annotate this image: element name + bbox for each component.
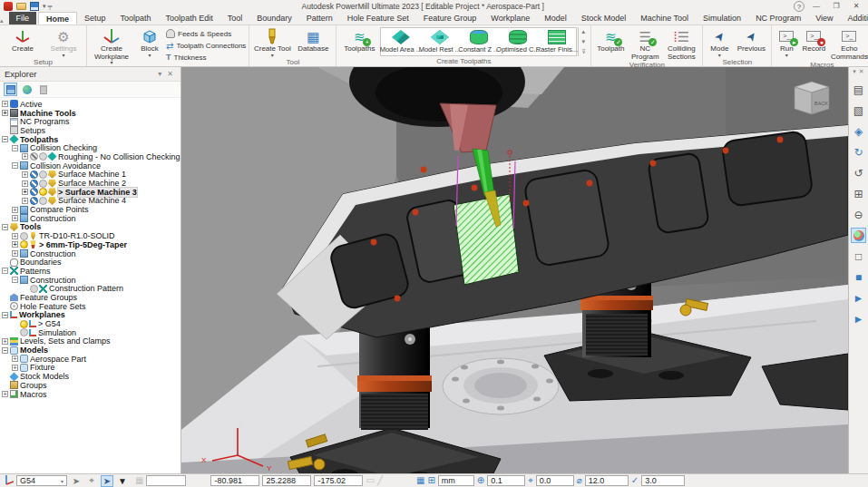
machine-view-button[interactable]: ▤ [851, 82, 866, 97]
help-button[interactable]: ? [794, 1, 805, 12]
expand-toggle-icon[interactable]: + [12, 207, 18, 213]
quick-access-dropdown-icon[interactable]: ▾ ╤ [43, 3, 52, 10]
expand-toggle-icon[interactable]: − [12, 145, 18, 151]
tool-position-button[interactable]: ▼ [116, 475, 129, 487]
ribbon-tab[interactable]: Simulation [696, 12, 748, 24]
ribbon-tab[interactable]: Toolpath Edit [159, 12, 220, 24]
tree-item[interactable]: + > 6mm-Tip-5Deg-Taper [0, 240, 180, 249]
view-cube[interactable]: BACK [795, 82, 829, 114]
expand-toggle-icon[interactable]: + [2, 338, 8, 345]
setup-settings-button[interactable]: ⚙ Settings▾ [44, 26, 83, 58]
ribbon-tab[interactable]: Workplane [483, 12, 537, 24]
gallery-model-area-clearance[interactable]: Model Area ... [381, 28, 420, 55]
thickness-field[interactable]: 0.0 [536, 475, 574, 486]
cursor-snap-button[interactable]: ⌖ [85, 475, 98, 487]
colliding-sections-button[interactable]: ⁞☰ Colliding Sections [663, 26, 699, 61]
explorer-menu-icon[interactable]: ▾ [155, 70, 164, 78]
toolbar-close-icon[interactable]: ✕ [859, 68, 864, 75]
iso-view-button[interactable]: ◈ [851, 123, 866, 139]
tree-item[interactable]: + Construction [0, 214, 180, 223]
expand-toggle-icon[interactable]: + [2, 101, 8, 107]
tree-item[interactable]: Construction Pattern [0, 284, 180, 293]
thickness-button[interactable]: T Thickness [166, 52, 246, 63]
ribbon-tab[interactable]: View [808, 12, 840, 24]
tree-item[interactable]: Simulation [0, 328, 180, 337]
ribbon-tab[interactable]: Machine Tool [633, 12, 696, 24]
verify-toolpath-button[interactable]: ≋✓ Toolpath [594, 26, 627, 54]
expand-toggle-icon[interactable]: − [12, 162, 18, 169]
gallery-raster-finishing[interactable]: Raster Finis... [537, 28, 576, 55]
zoom-out-button[interactable]: ⊖ [851, 207, 866, 222]
tree-item[interactable]: + Levels, Sets and Clamps [0, 337, 180, 346]
ribbon-tab[interactable]: Feature Group [416, 12, 484, 24]
tip-length-field[interactable]: 3.0 [641, 475, 685, 486]
expand-toggle-icon[interactable]: + [22, 171, 28, 178]
expand-toggle-icon[interactable]: + [12, 365, 18, 371]
toolpaths-button[interactable]: ≋+ Toolpaths [339, 26, 379, 54]
tree-item[interactable]: Boundaries [0, 258, 180, 267]
tool-database-button[interactable]: ▦ Database [293, 26, 333, 54]
ribbon-tab[interactable]: File [9, 12, 37, 24]
wireframe-view-button[interactable]: □ [851, 248, 866, 264]
verify-nc-program-button[interactable]: ☰✓ NC Program [628, 26, 662, 61]
tree-item[interactable]: Stock Models [0, 372, 180, 381]
tree-view-button[interactable] [4, 83, 17, 96]
cursor-mode-button[interactable]: ➤ [101, 475, 113, 487]
ribbon-tab[interactable]: Setup [77, 12, 113, 24]
expand-toggle-icon[interactable]: + [22, 153, 28, 160]
tree-item[interactable]: > G54 [0, 319, 180, 328]
tree-item[interactable]: + Macros [0, 390, 180, 399]
tree-item[interactable]: + Active [0, 100, 180, 109]
solid-view-button[interactable]: ■ [851, 269, 866, 285]
record-macro-button[interactable]: >_● Record [799, 26, 828, 54]
ribbon-tab[interactable]: Boundary [249, 12, 299, 24]
tree-item[interactable]: − Models [0, 346, 180, 355]
expand-toggle-icon[interactable]: + [12, 250, 18, 257]
expand-toggle-icon[interactable]: + [12, 356, 18, 362]
tree-item[interactable]: − Construction [0, 276, 180, 285]
tree-item[interactable]: + Surface Machine 2 [0, 179, 180, 188]
block-button[interactable]: Block▾ [134, 26, 165, 58]
expand-toggle-icon[interactable]: + [12, 215, 18, 221]
tree-item[interactable]: Hole Feature Sets [0, 302, 180, 311]
tree-item[interactable]: − Collision Checking [0, 143, 180, 152]
tree-item[interactable]: + Surface Machine 1 [0, 170, 180, 180]
previous-selection-button[interactable]: ► [851, 311, 866, 326]
tolerance-field[interactable]: 0.1 [487, 475, 525, 486]
selection-mode-button[interactable]: ➤ Mode▾ [706, 26, 733, 58]
collapse-ribbon-icon[interactable]: ▴ [0, 17, 9, 24]
expand-toggle-icon[interactable]: + [12, 241, 18, 248]
tree-item[interactable]: + Aerospace Part [0, 355, 180, 364]
open-project-icon[interactable] [16, 3, 26, 10]
ribbon-tab[interactable]: Stock Model [574, 12, 634, 24]
gallery-scroll[interactable]: ▲▼⊽ [578, 27, 588, 56]
explorer-close-icon[interactable]: ✕ [164, 70, 176, 78]
expand-toggle-icon[interactable]: + [2, 110, 8, 116]
tree-item[interactable]: − Patterns [0, 267, 180, 276]
close-button[interactable]: ✕ [848, 1, 864, 12]
tree-item[interactable]: + Surface Machine 4 [0, 197, 180, 206]
block-view-button[interactable]: ▧ [851, 102, 866, 118]
previous-selection-button[interactable]: ➤ Previous [734, 26, 768, 54]
tree-item[interactable]: Groups [0, 381, 180, 390]
ribbon-tab[interactable]: Additive [841, 12, 868, 24]
zoom-fit-button[interactable]: ↻ [851, 144, 866, 160]
ribbon-tab[interactable]: Hole Feature Set [340, 12, 416, 24]
expand-toggle-icon[interactable]: − [2, 268, 8, 274]
selection-mode-button[interactable]: ► [851, 290, 866, 306]
viewport-3d[interactable]: BACK [181, 67, 848, 473]
ribbon-tab[interactable]: Home [38, 12, 77, 24]
tree-item[interactable]: + Machine Tools [0, 109, 180, 118]
create-workplane-button[interactable]: Create Workplane▾ [90, 26, 133, 65]
shaded-view-button[interactable] [851, 228, 866, 243]
save-project-icon[interactable] [30, 2, 39, 11]
tree-item[interactable]: − Tools [0, 223, 180, 232]
web-view-button[interactable] [20, 83, 34, 96]
minimize-button[interactable]: — [808, 1, 824, 12]
tree-item[interactable]: NC Programs [0, 117, 180, 126]
snap-field[interactable] [146, 475, 186, 486]
expand-toggle-icon[interactable]: + [22, 189, 28, 195]
units-field[interactable]: mm [438, 475, 474, 486]
gallery-model-rest-area[interactable]: Model Rest ... [420, 28, 459, 55]
tool-diameter-field[interactable]: 12.0 [585, 475, 629, 486]
